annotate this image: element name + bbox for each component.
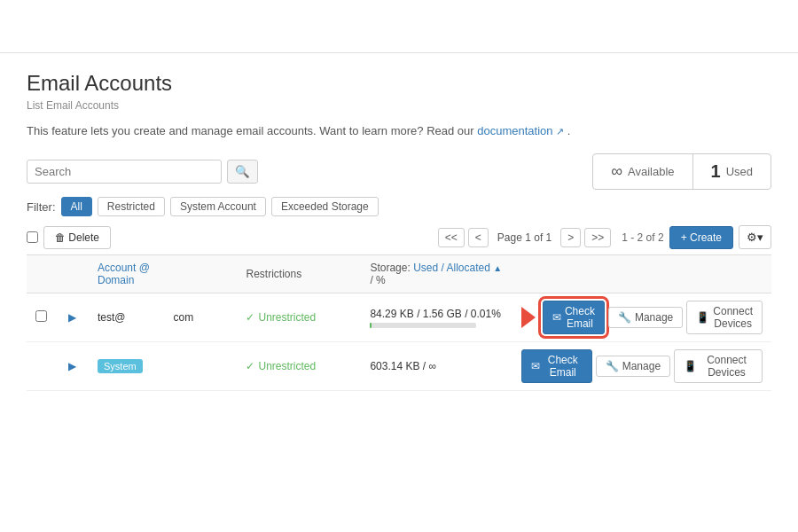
top-controls: 🔍 ∞ Available 1 Used xyxy=(27,153,771,190)
search-button[interactable]: 🔍 xyxy=(227,160,258,184)
row2-actions: ✉ Check Email 🔧 Manage 📱 Connect Devices xyxy=(512,342,771,391)
filter-exceeded-storage[interactable]: Exceeded Storage xyxy=(271,197,379,216)
row2-expand-button[interactable]: ▶ xyxy=(65,358,80,374)
page-prev[interactable]: < xyxy=(468,228,489,247)
intro-text: This feature lets you create and manage … xyxy=(27,124,771,137)
page-next[interactable]: > xyxy=(560,228,581,247)
arrow-indicator xyxy=(521,307,536,328)
row1-restriction: ✓ Unrestricted xyxy=(237,293,361,342)
page-title: Email Accounts xyxy=(27,71,771,96)
row1-domain: com xyxy=(165,293,238,342)
pagination: << < Page 1 of 1 > >> 1 - 2 of 2 xyxy=(438,228,664,247)
toolbar: 🗑 Delete << < Page 1 of 1 > >> 1 - 2 of … xyxy=(27,225,771,249)
row1-check xyxy=(27,293,56,342)
system-badge: System xyxy=(98,359,143,373)
page-count: 1 - 2 of 2 xyxy=(622,231,663,244)
stats-box: ∞ Available 1 Used xyxy=(592,153,771,190)
row2-manage-button[interactable]: 🔧 Manage xyxy=(596,356,670,377)
settings-icon: ⚙ xyxy=(747,231,757,244)
create-button[interactable]: + Create xyxy=(669,226,733,249)
search-input[interactable] xyxy=(27,160,222,184)
row1-actions: ✉ Check Email 🔧 Manage 📱 Connect Devices xyxy=(512,293,771,342)
row2-domain xyxy=(165,342,238,391)
envelope-icon: ✉ xyxy=(552,311,561,324)
th-account: Account @ Domain xyxy=(89,255,165,293)
wrench-icon: 🔧 xyxy=(606,360,619,372)
row1-checkbox[interactable] xyxy=(35,310,47,322)
documentation-link[interactable]: documentation ↗ xyxy=(477,124,567,137)
row1-expand-button[interactable]: ▶ xyxy=(65,309,80,325)
row2-check-email-button[interactable]: ✉ Check Email xyxy=(521,349,592,383)
filter-restricted[interactable]: Restricted xyxy=(98,197,165,216)
th-storage: Storage: Used / Allocated ▲ / % xyxy=(361,255,512,293)
row2-connect-button[interactable]: 📱 Connect Devices xyxy=(674,349,763,383)
row2-check xyxy=(27,342,56,391)
row1-manage-button[interactable]: 🔧 Manage xyxy=(608,307,683,328)
row2-account: System xyxy=(89,342,165,391)
infinity-icon: ∞ xyxy=(611,162,622,181)
delete-button[interactable]: 🗑 Delete xyxy=(43,226,111,249)
row2-action-btns: ✉ Check Email 🔧 Manage 📱 Connect Devices xyxy=(521,349,763,383)
envelope-icon: ✉ xyxy=(531,360,540,372)
row1-account: test@ xyxy=(89,293,165,342)
toolbar-right: << < Page 1 of 1 > >> 1 - 2 of 2 + Creat… xyxy=(438,225,771,249)
filter-all[interactable]: All xyxy=(61,197,92,216)
row2-storage: 603.14 KB / ∞ xyxy=(361,342,512,391)
available-stat: ∞ Available xyxy=(593,154,692,189)
row1-storage-bar-bg xyxy=(370,323,476,328)
row2-restriction-value: ✓ Unrestricted xyxy=(246,360,352,372)
row1-restriction-value: ✓ Unrestricted xyxy=(246,311,352,324)
select-all-checkbox[interactable] xyxy=(27,231,38,243)
filter-label: Filter: xyxy=(27,200,56,214)
th-actions xyxy=(512,255,771,293)
search-area: 🔍 xyxy=(27,160,258,184)
th-restrictions: Restrictions xyxy=(237,255,361,293)
th-domain xyxy=(165,255,238,293)
check-icon: ✓ xyxy=(246,311,254,324)
trash-icon: 🗑 xyxy=(55,231,66,244)
table-row: ▶ System ✓ Unrestricted 603.14 KB / ∞ xyxy=(27,342,771,391)
wrench-icon: 🔧 xyxy=(618,311,631,324)
th-check xyxy=(27,255,56,293)
device-icon: 📱 xyxy=(684,360,697,372)
row1-action-btns: ✉ Check Email 🔧 Manage 📱 Connect Devices xyxy=(521,301,763,334)
row2-restriction: ✓ Unrestricted xyxy=(237,342,361,391)
row1-storage: 84.29 KB / 1.56 GB / 0.01% xyxy=(361,293,512,342)
device-icon: 📱 xyxy=(696,311,709,324)
filter-system-account[interactable]: System Account xyxy=(170,197,266,216)
email-accounts-table: Account @ Domain Restrictions Storage: U… xyxy=(27,254,771,391)
page-last[interactable]: >> xyxy=(584,228,611,247)
row1-storage-bar-fill xyxy=(370,323,371,328)
page-subtitle: List Email Accounts xyxy=(27,99,771,112)
row1-storage-bar-wrap xyxy=(370,323,503,328)
row1-connect-button[interactable]: 📱 Connect Devices xyxy=(686,301,763,334)
sort-storage[interactable]: Used / Allocated xyxy=(413,262,490,274)
sort-icon: ▲ xyxy=(493,263,502,273)
table-row: ▶ test@ com ✓ Unrestricted xyxy=(27,293,771,342)
page-info: Page 1 of 1 xyxy=(497,231,552,244)
row2-expand: ▶ xyxy=(56,342,89,391)
row1-check-email-button[interactable]: ✉ Check Email xyxy=(543,301,605,334)
check-icon: ✓ xyxy=(246,360,254,372)
th-expand xyxy=(56,255,89,293)
page-first[interactable]: << xyxy=(438,228,465,247)
filter-bar: Filter: All Restricted System Account Ex… xyxy=(27,197,771,216)
settings-button[interactable]: ⚙▾ xyxy=(739,225,771,249)
toolbar-left: 🗑 Delete xyxy=(27,226,111,249)
row1-expand: ▶ xyxy=(56,293,89,342)
used-stat: 1 Used xyxy=(693,154,771,189)
sort-account[interactable]: Account @ Domain xyxy=(98,262,150,286)
